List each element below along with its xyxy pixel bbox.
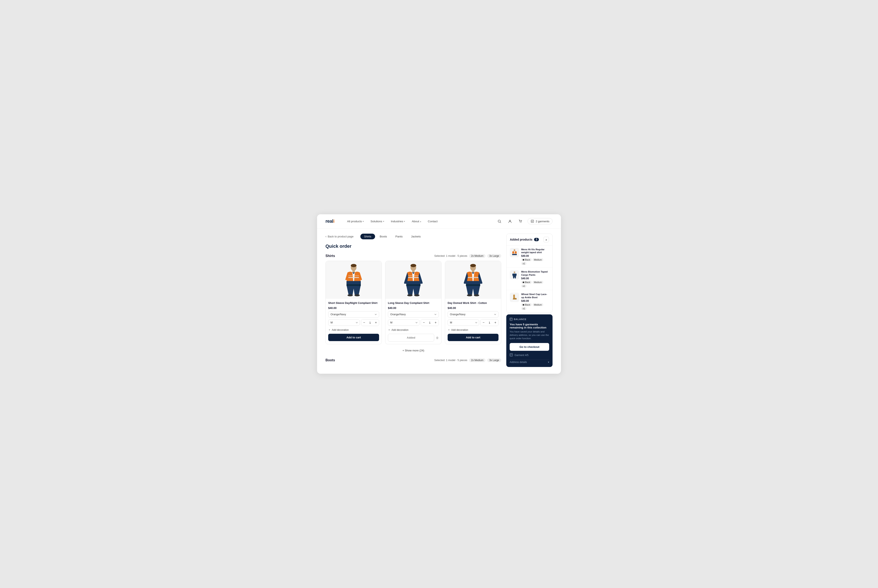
item-info-2: Mens Biomotion Taped Cargo Pants $40.00 … (521, 270, 549, 288)
size-select-1[interactable]: MSLXL (328, 320, 360, 326)
category-tabs: Shirts Boots Pants Jackets (360, 234, 424, 239)
show-more-button[interactable]: + Show more (24) (400, 348, 427, 353)
svg-point-35 (514, 272, 515, 273)
item-tag-size-3: Medium (533, 303, 543, 306)
svg-rect-10 (347, 275, 360, 276)
qty-stepper-3: − 1 + (480, 319, 499, 326)
account-button[interactable] (506, 218, 514, 225)
chevron-down-icon: ▾ (363, 220, 364, 222)
tab-pants[interactable]: Pants (392, 234, 407, 239)
added-item-3: Wheat Steel Cap Lace-up Ankle Boot $40.0… (506, 290, 552, 312)
garment-icon (509, 353, 513, 357)
garment-label: Garment 4/5 (514, 354, 529, 357)
add-decoration-2[interactable]: ＋ Add decoration (388, 328, 439, 332)
balance-card: BALANCE You have 5 garments remaining in… (506, 314, 553, 367)
product-body-2: Long Sleeve Day Compliant Shirt $40.00 O… (385, 299, 441, 344)
nav-item-about[interactable]: About ▴ (409, 219, 423, 224)
product-image-3 (445, 261, 501, 299)
qty-increase-1[interactable]: + (373, 320, 379, 326)
checkout-button[interactable]: Go to checkout (509, 343, 549, 351)
product-image-2 (385, 261, 441, 299)
add-to-cart-button-3[interactable]: Add to cart (448, 334, 499, 341)
svg-rect-38 (510, 354, 512, 356)
svg-rect-29 (466, 284, 480, 286)
delete-item-2[interactable]: 🗑 (436, 336, 439, 339)
added-button-2[interactable]: Added (388, 334, 434, 342)
garment-badge-label: 2 garments (536, 220, 549, 223)
qty-decrease-2[interactable]: − (421, 320, 427, 326)
add-decoration-1[interactable]: ＋ Add decoration (328, 328, 379, 332)
size-badge-medium: 2x Medium (469, 254, 486, 258)
nav-item-contact[interactable]: Contact (426, 219, 440, 224)
product-card-1: Short Sleeve Day/Night Compliant Shirt $… (325, 261, 382, 345)
color-select-2[interactable]: Orange/Navy (388, 311, 439, 318)
qty-row-3: MSLXL − 1 + (448, 319, 499, 326)
chevron-down-icon: ▾ (548, 361, 549, 364)
qty-row-1: MSLXL − 1 + (328, 319, 379, 326)
item-info-3: Wheat Steel Cap Lace-up Ankle Boot $40.0… (521, 293, 549, 310)
add-decoration-3[interactable]: ＋ Add decoration (448, 328, 499, 332)
tab-boots[interactable]: Boots (376, 234, 391, 239)
address-details-row[interactable]: Address details ▾ (509, 360, 549, 364)
item-tag-color-1: Black (521, 258, 532, 261)
item-tag-size-2: Medium (533, 281, 543, 284)
main-content: ‹ Back to product page Shirts Boots Pant… (317, 229, 561, 374)
svg-rect-9 (347, 277, 360, 278)
qty-decrease-3[interactable]: − (481, 320, 487, 326)
chevron-down-icon: ▴ (420, 220, 421, 222)
garment-badge[interactable]: 2 garments (527, 218, 553, 224)
cart-button[interactable] (517, 218, 524, 225)
boots-section-header: Boots Selected: 1 model · 5 pieces 2x Me… (325, 358, 501, 362)
main-nav: All products ▾ Solutions ▾ Industries ▾ … (345, 219, 496, 224)
item-info-1: Mens Hi-Vis Regular weight taped shirt $… (521, 248, 549, 265)
back-link[interactable]: ‹ Back to product page (325, 235, 354, 238)
tab-jackets[interactable]: Jackets (407, 234, 424, 239)
shirts-section-header: Shirts Selected: 1 model · 5 pieces 2x M… (325, 254, 501, 258)
qty-increase-2[interactable]: + (433, 320, 439, 326)
balance-sub-text: You have saved your details and delivery… (509, 330, 549, 340)
right-panel: Added products 3 ▴ (506, 234, 553, 367)
item-price-1: $40.00 (521, 255, 549, 257)
added-products-count: 3 (534, 238, 539, 241)
qty-row-2: MSLXL − 1 + (388, 319, 439, 326)
svg-point-2 (509, 220, 511, 221)
shirts-section-meta: Selected: 1 model · 5 pieces 2x Medium 3… (435, 254, 501, 258)
size-select-2[interactable]: MSLXL (388, 320, 420, 326)
item-name-2: Mens Biomotion Taped Cargo Pants (521, 270, 549, 276)
header: reali All products ▾ Solutions ▾ Industr… (317, 214, 561, 229)
svg-point-30 (467, 294, 472, 296)
svg-point-31 (474, 294, 479, 296)
add-to-cart-button-1[interactable]: Add to cart (328, 334, 379, 341)
tab-shirts[interactable]: Shirts (360, 234, 375, 239)
item-name-1: Mens Hi-Vis Regular weight taped shirt (521, 248, 549, 254)
boots-size-badge-medium: 2x Medium (469, 358, 486, 362)
logo[interactable]: reali (325, 219, 334, 224)
size-select-3[interactable]: MSLXL (448, 320, 479, 326)
svg-rect-26 (472, 270, 474, 272)
product-price-2: $40.00 (388, 306, 439, 309)
product-name-2: Long Sleeve Day Compliant Shirt (388, 302, 439, 305)
search-button[interactable] (496, 218, 503, 225)
nav-item-solutions[interactable]: Solutions ▾ (368, 219, 387, 224)
size-badge-large: 3x Large (487, 254, 501, 258)
page-title: Quick order (325, 243, 501, 249)
balance-section-label: BALANCE (509, 318, 549, 321)
color-select-3[interactable]: Orange/Navy (448, 311, 499, 318)
svg-line-1 (500, 222, 501, 223)
boots-section-meta: Selected: 1 model · 5 pieces 2x Medium 3… (435, 358, 501, 362)
nav-item-all-products[interactable]: All products ▾ (345, 219, 367, 224)
added-item-1: Mens Hi-Vis Regular weight taped shirt $… (506, 245, 552, 268)
balance-main-text: You have 5 garments remaining in this co… (509, 323, 549, 329)
nav-item-industries[interactable]: Industries ▾ (388, 219, 408, 224)
item-tag-qty-3: x1 (521, 307, 526, 310)
svg-rect-27 (466, 277, 479, 278)
qty-increase-3[interactable]: + (492, 320, 498, 326)
qty-decrease-1[interactable]: − (361, 320, 367, 326)
color-select-1[interactable]: Orange/Navy Yellow/Navy (328, 311, 379, 318)
item-tag-color-3: Black (521, 303, 532, 306)
svg-point-16 (411, 264, 416, 267)
garment-row: Garment 4/5 (509, 353, 549, 357)
item-tags-2: Black Medium x1 (521, 281, 549, 288)
show-more-row: + Show more (24) (325, 348, 501, 353)
collapse-button[interactable]: ▴ (544, 237, 549, 242)
